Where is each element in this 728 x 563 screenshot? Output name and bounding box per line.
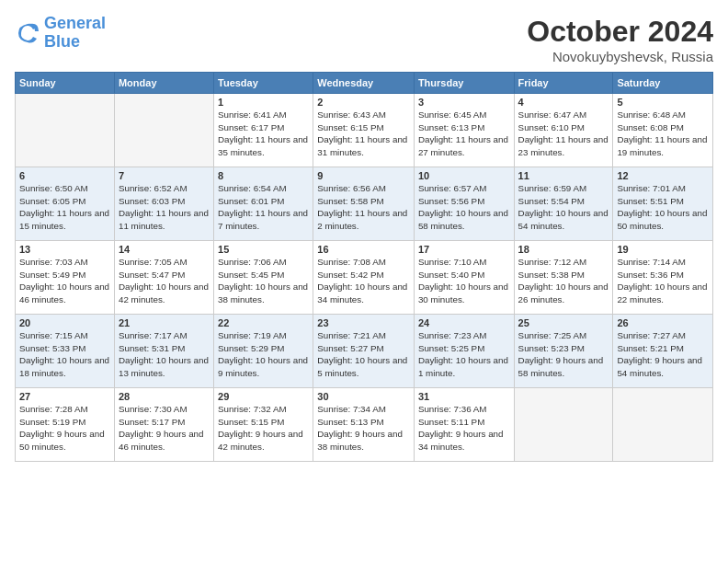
table-row: 10Sunrise: 6:57 AM Sunset: 5:56 PM Dayli… <box>414 167 514 241</box>
calendar-week-row: 27Sunrise: 7:28 AM Sunset: 5:19 PM Dayli… <box>16 388 713 462</box>
table-row: 12Sunrise: 7:01 AM Sunset: 5:51 PM Dayli… <box>613 167 713 241</box>
logo: General Blue <box>15 15 106 52</box>
calendar-week-row: 6Sunrise: 6:50 AM Sunset: 6:05 PM Daylig… <box>16 167 713 241</box>
table-row: 22Sunrise: 7:19 AM Sunset: 5:29 PM Dayli… <box>214 315 313 388</box>
day-number: 24 <box>418 317 510 328</box>
day-number: 6 <box>19 170 110 181</box>
day-info: Sunrise: 6:43 AM Sunset: 6:15 PM Dayligh… <box>317 109 410 159</box>
day-number: 25 <box>518 317 609 328</box>
month-title: October 2024 <box>527 15 713 49</box>
day-number: 14 <box>119 244 210 255</box>
day-info: Sunrise: 6:56 AM Sunset: 5:58 PM Dayligh… <box>317 182 410 233</box>
day-info: Sunrise: 7:17 AM Sunset: 5:31 PM Dayligh… <box>119 329 210 380</box>
logo-text: General Blue <box>44 15 106 52</box>
day-info: Sunrise: 7:10 AM Sunset: 5:40 PM Dayligh… <box>418 256 510 306</box>
day-info: Sunrise: 6:54 AM Sunset: 6:01 PM Dayligh… <box>218 182 309 233</box>
table-row: 18Sunrise: 7:12 AM Sunset: 5:38 PM Dayli… <box>514 241 613 315</box>
day-number: 9 <box>317 170 410 181</box>
day-info: Sunrise: 6:57 AM Sunset: 5:56 PM Dayligh… <box>418 182 510 233</box>
col-saturday: Saturday <box>613 73 713 94</box>
calendar-week-row: 13Sunrise: 7:03 AM Sunset: 5:49 PM Dayli… <box>16 241 713 315</box>
day-info: Sunrise: 6:45 AM Sunset: 6:13 PM Dayligh… <box>418 109 510 159</box>
day-info: Sunrise: 6:48 AM Sunset: 6:08 PM Dayligh… <box>617 109 709 159</box>
day-info: Sunrise: 7:05 AM Sunset: 5:47 PM Dayligh… <box>119 256 210 306</box>
table-row: 31Sunrise: 7:36 AM Sunset: 5:11 PM Dayli… <box>414 388 514 462</box>
header: General Blue October 2024 Novokuybyshevs… <box>15 15 713 64</box>
calendar-week-row: 1Sunrise: 6:41 AM Sunset: 6:17 PM Daylig… <box>16 94 713 167</box>
table-row <box>613 388 713 462</box>
day-info: Sunrise: 6:52 AM Sunset: 6:03 PM Dayligh… <box>119 182 210 233</box>
table-row <box>514 388 613 462</box>
day-number: 4 <box>518 97 609 108</box>
day-number: 1 <box>218 97 309 108</box>
day-info: Sunrise: 7:21 AM Sunset: 5:27 PM Dayligh… <box>317 329 410 380</box>
day-number: 8 <box>218 170 309 181</box>
day-info: Sunrise: 7:28 AM Sunset: 5:19 PM Dayligh… <box>19 403 110 454</box>
location: Novokuybyshevsk, Russia <box>527 49 713 64</box>
table-row: 29Sunrise: 7:32 AM Sunset: 5:15 PM Dayli… <box>214 388 313 462</box>
table-row: 23Sunrise: 7:21 AM Sunset: 5:27 PM Dayli… <box>313 315 415 388</box>
day-number: 31 <box>418 391 510 402</box>
col-tuesday: Tuesday <box>214 73 313 94</box>
logo-icon <box>15 20 40 46</box>
day-info: Sunrise: 7:27 AM Sunset: 5:21 PM Dayligh… <box>617 329 709 380</box>
day-number: 15 <box>218 244 309 255</box>
day-number: 23 <box>317 317 410 328</box>
table-row: 26Sunrise: 7:27 AM Sunset: 5:21 PM Dayli… <box>613 315 713 388</box>
day-number: 18 <box>518 244 609 255</box>
table-row: 24Sunrise: 7:23 AM Sunset: 5:25 PM Dayli… <box>414 315 514 388</box>
day-info: Sunrise: 7:32 AM Sunset: 5:15 PM Dayligh… <box>218 403 309 454</box>
day-info: Sunrise: 6:59 AM Sunset: 5:54 PM Dayligh… <box>518 182 609 233</box>
day-info: Sunrise: 7:19 AM Sunset: 5:29 PM Dayligh… <box>218 329 309 380</box>
day-info: Sunrise: 7:06 AM Sunset: 5:45 PM Dayligh… <box>218 256 309 306</box>
table-row: 8Sunrise: 6:54 AM Sunset: 6:01 PM Daylig… <box>214 167 313 241</box>
day-info: Sunrise: 7:12 AM Sunset: 5:38 PM Dayligh… <box>518 256 609 306</box>
table-row: 25Sunrise: 7:25 AM Sunset: 5:23 PM Dayli… <box>514 315 613 388</box>
day-info: Sunrise: 7:36 AM Sunset: 5:11 PM Dayligh… <box>418 403 510 454</box>
day-number: 3 <box>418 97 510 108</box>
day-info: Sunrise: 7:25 AM Sunset: 5:23 PM Dayligh… <box>518 329 609 380</box>
table-row: 15Sunrise: 7:06 AM Sunset: 5:45 PM Dayli… <box>214 241 313 315</box>
day-number: 21 <box>119 317 210 328</box>
col-monday: Monday <box>114 73 213 94</box>
day-info: Sunrise: 7:30 AM Sunset: 5:17 PM Dayligh… <box>119 403 210 454</box>
day-number: 10 <box>418 170 510 181</box>
table-row: 20Sunrise: 7:15 AM Sunset: 5:33 PM Dayli… <box>16 315 115 388</box>
day-info: Sunrise: 7:08 AM Sunset: 5:42 PM Dayligh… <box>317 256 410 306</box>
table-row: 11Sunrise: 6:59 AM Sunset: 5:54 PM Dayli… <box>514 167 613 241</box>
day-info: Sunrise: 7:34 AM Sunset: 5:13 PM Dayligh… <box>317 403 410 454</box>
day-number: 22 <box>218 317 309 328</box>
calendar-week-row: 20Sunrise: 7:15 AM Sunset: 5:33 PM Dayli… <box>16 315 713 388</box>
table-row: 13Sunrise: 7:03 AM Sunset: 5:49 PM Dayli… <box>16 241 115 315</box>
table-row: 28Sunrise: 7:30 AM Sunset: 5:17 PM Dayli… <box>114 388 213 462</box>
table-row: 9Sunrise: 6:56 AM Sunset: 5:58 PM Daylig… <box>313 167 415 241</box>
table-row: 16Sunrise: 7:08 AM Sunset: 5:42 PM Dayli… <box>313 241 415 315</box>
calendar-table: Sunday Monday Tuesday Wednesday Thursday… <box>15 72 713 462</box>
day-number: 11 <box>518 170 609 181</box>
day-number: 2 <box>317 97 410 108</box>
day-number: 12 <box>617 170 709 181</box>
day-info: Sunrise: 6:50 AM Sunset: 6:05 PM Dayligh… <box>19 182 110 233</box>
day-number: 30 <box>317 391 410 402</box>
table-row: 3Sunrise: 6:45 AM Sunset: 6:13 PM Daylig… <box>414 94 514 167</box>
col-sunday: Sunday <box>16 73 115 94</box>
table-row <box>114 94 213 167</box>
day-info: Sunrise: 7:15 AM Sunset: 5:33 PM Dayligh… <box>19 329 110 380</box>
day-info: Sunrise: 7:03 AM Sunset: 5:49 PM Dayligh… <box>19 256 110 306</box>
day-info: Sunrise: 7:01 AM Sunset: 5:51 PM Dayligh… <box>617 182 709 233</box>
title-block: October 2024 Novokuybyshevsk, Russia <box>527 15 713 64</box>
day-number: 19 <box>617 244 709 255</box>
day-info: Sunrise: 7:14 AM Sunset: 5:36 PM Dayligh… <box>617 256 709 306</box>
table-row: 14Sunrise: 7:05 AM Sunset: 5:47 PM Dayli… <box>114 241 213 315</box>
table-row: 30Sunrise: 7:34 AM Sunset: 5:13 PM Dayli… <box>313 388 415 462</box>
table-row: 27Sunrise: 7:28 AM Sunset: 5:19 PM Dayli… <box>16 388 115 462</box>
table-row: 17Sunrise: 7:10 AM Sunset: 5:40 PM Dayli… <box>414 241 514 315</box>
day-number: 16 <box>317 244 410 255</box>
table-row: 6Sunrise: 6:50 AM Sunset: 6:05 PM Daylig… <box>16 167 115 241</box>
day-number: 26 <box>617 317 709 328</box>
col-thursday: Thursday <box>414 73 514 94</box>
calendar-header-row: Sunday Monday Tuesday Wednesday Thursday… <box>16 73 713 94</box>
day-number: 13 <box>19 244 110 255</box>
table-row: 21Sunrise: 7:17 AM Sunset: 5:31 PM Dayli… <box>114 315 213 388</box>
col-friday: Friday <box>514 73 613 94</box>
